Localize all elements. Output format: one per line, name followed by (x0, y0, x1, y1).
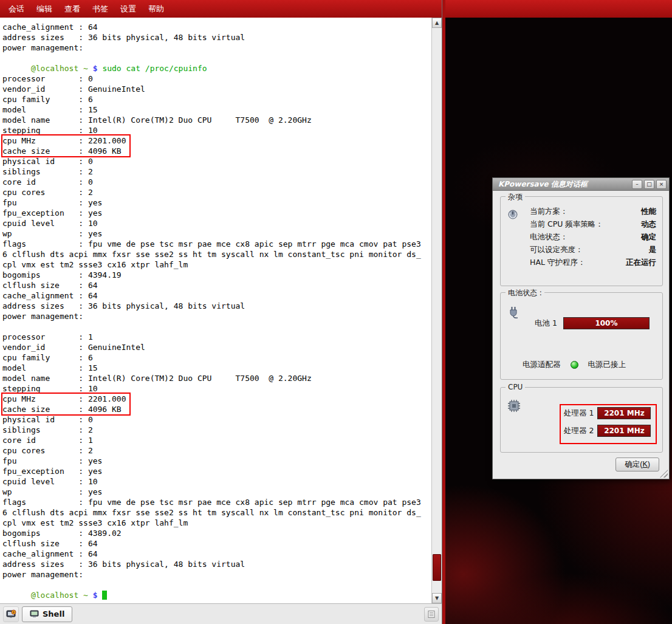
terminal-line: siblings : 2 (2, 166, 431, 177)
minimize-button[interactable]: – (632, 180, 642, 189)
terminal-line (2, 53, 431, 63)
terminal-line: physical id : 0 (2, 414, 431, 425)
terminal-line: model : 15 (2, 105, 431, 115)
terminal-line: model : 15 (2, 363, 431, 373)
terminal-line: processor : 1 (2, 332, 431, 342)
info-value: 性能 (641, 207, 656, 217)
cpu-chip-icon (507, 399, 521, 415)
misc-groupbox: 杂项 当前方案：性能当前 CPU 频率策略：动态电池状态：确定可以设定亮度：是H… (500, 196, 663, 286)
scrollbar-thumb[interactable] (433, 554, 441, 581)
terminal-line: clflush size : 64 (2, 280, 431, 290)
info-label: HAL 守护程序： (530, 258, 585, 268)
info-row: 可以设定亮度：是 (530, 244, 656, 256)
menu-item-session[interactable]: 会话 (2, 1, 30, 17)
terminal-output[interactable]: cache_alignment : 64address sizes : 36 b… (0, 18, 431, 603)
menu-item-help[interactable]: 帮助 (142, 1, 170, 17)
processor-frequency-bar: 2201 MHz (597, 407, 651, 419)
terminal-line: vendor_id : GenuineIntel (2, 342, 431, 352)
close-button[interactable]: × (656, 180, 667, 189)
terminal-line: model name : Intel(R) Core(TM)2 Duo CPU … (2, 373, 431, 383)
terminal-line: fpu : yes (2, 197, 431, 208)
terminal-line: cpl vmx est tm2 ssse3 cx16 xtpr lahf_lm (2, 259, 431, 270)
cpu-groupbox: CPU 处理器 12201 MHz处理器 22201 MHz (500, 387, 663, 453)
maximize-button[interactable]: □ (644, 180, 654, 189)
terminal-line: wp : yes (2, 228, 431, 239)
info-row: 当前 CPU 频率策略：动态 (530, 218, 656, 231)
terminal-line: address sizes : 36 bits physical, 48 bit… (2, 32, 431, 43)
battery-group-title: 电池状态 : (506, 288, 544, 298)
terminal-line: cache_alignment : 64 (2, 22, 431, 32)
battery-row: 电池 1 100% (535, 317, 650, 329)
terminal-line: @localhost ~ $ sudo cat /proc/cpuinfo (2, 63, 431, 74)
terminal-line: wp : yes (2, 487, 431, 497)
desktop-background: KPowersave 信息对话框 – □ × 杂项 当前方案：性能当前 CPU … (442, 0, 672, 624)
info-value: 正在运行 (626, 258, 656, 268)
resize-grip[interactable] (660, 470, 668, 478)
cpu-rows: 处理器 12201 MHz处理器 22201 MHz (564, 407, 651, 442)
prompt-segment: @localhost ~ (2, 591, 93, 600)
dialog-title: KPowersave 信息对话框 (498, 179, 630, 190)
terminal-line (2, 580, 431, 590)
terminal-line: cache size : 4096 KB (2, 146, 126, 156)
battery-plug-icon (507, 304, 523, 321)
menu-item-bookmarks[interactable]: 书签 (86, 1, 114, 17)
terminal-scrollbar[interactable]: ▲ ▼ (431, 18, 442, 603)
menu-item-edit[interactable]: 编辑 (30, 1, 58, 17)
dialog-titlebar[interactable]: KPowersave 信息对话框 – □ × (493, 178, 669, 191)
terminal-line: flags : fpu vme de pse tsc msr pae mce c… (2, 497, 431, 507)
prompt-segment: sudo cat /proc/cpuinfo (102, 64, 207, 73)
tab-shell[interactable]: Shell (22, 606, 72, 622)
ok-label-key: K (642, 460, 647, 468)
battery-label: 电池 1 (535, 318, 557, 329)
adapter-led-icon (571, 361, 578, 369)
terminal-window: 会话编辑查看书签设置帮助 cache_alignment : 64address… (0, 0, 442, 624)
terminal-line: fpu_exception : yes (2, 466, 431, 476)
terminal-line: cache_alignment : 64 (2, 290, 431, 301)
terminal-line: 6 clflush dts acpi mmx fxsr sse sse2 ss … (2, 507, 431, 518)
kpowersave-dialog: KPowersave 信息对话框 – □ × 杂项 当前方案：性能当前 CPU … (492, 177, 670, 479)
info-label: 可以设定亮度： (530, 245, 583, 255)
ok-button[interactable]: 确定(K) (615, 458, 659, 471)
adapter-row: 电源适配器 电源已接上 (523, 360, 626, 370)
desktop: 会话编辑查看书签设置帮助 cache_alignment : 64address… (0, 0, 672, 624)
terminal-line: address sizes : 36 bits physical, 48 bit… (2, 559, 431, 569)
terminal-icon (30, 610, 39, 619)
info-label: 电池状态： (530, 232, 568, 242)
scrollbar-track[interactable] (432, 28, 442, 593)
terminal-line: cpuid level : 10 (2, 476, 431, 487)
terminal-line: model name : Intel(R) Core(TM)2 Duo CPU … (2, 115, 431, 125)
new-session-button[interactable] (3, 606, 19, 622)
menu-item-view[interactable]: 查看 (58, 1, 86, 17)
battery-groupbox: 电池状态 : 电池 1 100% 电源适配器 (500, 292, 663, 380)
terminal-line: power management: (2, 43, 431, 53)
misc-rows: 当前方案：性能当前 CPU 频率策略：动态电池状态：确定可以设定亮度：是HAL … (530, 205, 656, 269)
cpu-group-title: CPU (506, 383, 525, 391)
terminal-line: bogomips : 4394.19 (2, 270, 431, 280)
info-row: 电池状态：确定 (530, 231, 656, 244)
terminal-line: cache_alignment : 64 (2, 549, 431, 559)
terminal-line: 6 clflush dts acpi mmx fxsr sse sse2 ss … (2, 249, 431, 259)
scroll-down-button[interactable]: ▼ (432, 593, 442, 603)
scroll-up-button[interactable]: ▲ (432, 18, 442, 28)
battery-percent: 100% (595, 319, 617, 327)
terminal-line: fpu_exception : yes (2, 208, 431, 218)
terminal-line: siblings : 2 (2, 425, 431, 435)
terminal-line: cpu MHz : 2201.000 (2, 394, 126, 404)
misc-group-title: 杂项 (506, 192, 525, 202)
processor-frequency-bar: 2201 MHz (597, 425, 651, 437)
terminal-line: address sizes : 36 bits physical, 48 bit… (2, 301, 431, 311)
terminal-menubar: 会话编辑查看书签设置帮助 (0, 0, 442, 18)
terminal-line (2, 321, 431, 332)
terminal-line: core id : 0 (2, 177, 431, 187)
new-session-icon (5, 609, 16, 620)
menu-item-settings[interactable]: 设置 (114, 1, 142, 17)
info-label: 当前方案： (530, 207, 568, 217)
terminal-line: cpl vmx est tm2 ssse3 cx16 xtpr lahf_lm (2, 518, 431, 528)
prompt-segment: $ (93, 64, 103, 73)
terminal-line: processor : 0 (2, 74, 431, 84)
session-list-button[interactable] (424, 607, 439, 622)
terminal-line: cpu cores : 2 (2, 445, 431, 456)
terminal-line: physical id : 0 (2, 156, 431, 166)
prompt-segment: @localhost ~ (2, 64, 93, 73)
prompt-segment: $ (93, 591, 103, 600)
